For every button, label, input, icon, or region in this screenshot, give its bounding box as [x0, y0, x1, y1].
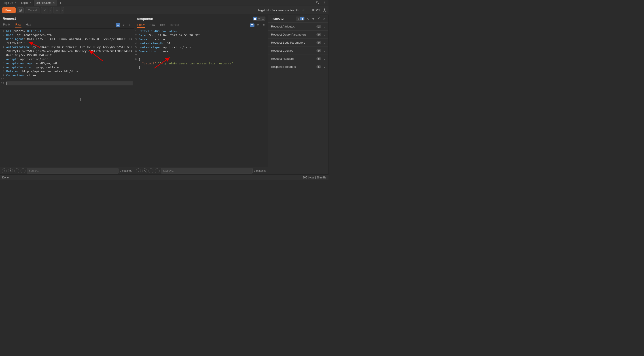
text-cursor-icon: I — [80, 97, 81, 103]
chevron-down-icon: ⌄ — [323, 65, 326, 68]
svg-line-1 — [318, 3, 319, 4]
main-split: Request Pretty Raw Hex ☰ \n ≡ 1234567891… — [0, 15, 328, 174]
newline-icon[interactable]: \n — [122, 23, 126, 26]
close-icon[interactable]: ✕ — [322, 17, 326, 20]
search-forward-icon[interactable]: → — [20, 168, 26, 173]
request-tab-hex[interactable]: Hex — [26, 22, 31, 28]
close-icon[interactable]: × — [53, 1, 54, 4]
count-badge: 2 — [316, 25, 321, 28]
help-icon[interactable]: ? — [2, 168, 7, 173]
inspector-toggle[interactable]: ▯ ▮ — [296, 16, 304, 20]
response-title: Response — [137, 17, 153, 20]
inspector-pane: Inspector ▯ ▮ ⤡ ≑ ✕ Request Attributes 2… — [268, 15, 328, 174]
protocol-label[interactable]: HTTP/1 — [311, 9, 320, 12]
response-footer: ? ← → 0 matches — [134, 167, 268, 174]
menu-icon[interactable]: ≡ — [262, 24, 266, 26]
chevron-down-icon: ⌄ — [323, 57, 326, 60]
count-badge: 0 — [316, 41, 321, 44]
inspector-row-request-query[interactable]: Request Query Parameters 0 ⌄ — [268, 30, 328, 38]
tab-label: Sign Up — [4, 1, 13, 4]
response-gutter: 12345678 — [134, 29, 138, 167]
inspector-row-label: Request Body Parameters — [271, 41, 305, 44]
toggle-left-icon[interactable]: ▯ — [296, 17, 300, 20]
gear-icon[interactable] — [142, 168, 147, 173]
target-label: Target: http://api.mentorquotes.htb — [258, 9, 298, 12]
inspector-row-request-headers[interactable]: Request Headers 8 ⌄ — [268, 54, 328, 62]
history-back-forward: < ▾ — [41, 7, 52, 14]
cancel-button[interactable]: Cancel — [25, 8, 40, 13]
response-editor[interactable]: 12345678 HTTP/1.1 403 Forbidden Date: Su… — [134, 29, 268, 167]
settings-button[interactable] — [17, 8, 24, 13]
actions-button[interactable]: ☰ — [250, 24, 254, 27]
tab-signup[interactable]: Sign Up × — [1, 0, 19, 6]
help-icon[interactable]: ? — [136, 168, 141, 173]
request-subtabs: Pretty Raw Hex ☰ \n ≡ — [0, 21, 134, 28]
status-bar: Done 205 bytes | 96 millis — [0, 174, 328, 180]
response-pane: Response ▮▮ ▭ ▬ Pretty Raw Hex Render ☰ … — [134, 15, 268, 174]
toggle-right-icon[interactable]: ▮ — [300, 17, 304, 20]
history-back-button[interactable]: < — [41, 8, 48, 13]
layout-horizontal-icon[interactable]: ▭ — [257, 17, 261, 20]
gear-icon[interactable] — [317, 17, 321, 20]
request-code[interactable]: GET /users/ HTTP/1.1 Host: api.mentorquo… — [6, 28, 134, 167]
history-forward-button[interactable]: > — [54, 8, 60, 13]
response-search-input[interactable] — [161, 168, 253, 174]
inspector-row-request-cookies[interactable]: Request Cookies 0 ⌄ — [268, 46, 328, 54]
gear-icon[interactable] — [8, 168, 13, 173]
count-badge: 5 — [316, 65, 321, 68]
inspector-row-request-attributes[interactable]: Request Attributes 2 ⌄ — [268, 22, 328, 30]
svg-point-3 — [10, 170, 11, 171]
collapse-icon[interactable]: ≑ — [311, 17, 315, 20]
inspector-row-label: Request Cookies — [271, 49, 293, 52]
menu-icon[interactable]: ≡ — [128, 23, 131, 26]
response-tab-raw[interactable]: Raw — [149, 22, 156, 28]
request-tab-pretty[interactable]: Pretty — [3, 22, 11, 28]
actions-button[interactable]: ☰ — [116, 23, 120, 26]
request-pane: Request Pretty Raw Hex ☰ \n ≡ 1234567891… — [0, 15, 134, 174]
response-tab-pretty[interactable]: Pretty — [137, 22, 145, 28]
layout-single-icon[interactable]: ▬ — [261, 17, 265, 20]
layout-columns-icon[interactable]: ▮▮ — [253, 17, 257, 20]
response-code[interactable]: HTTP/1.1 403 Forbidden Date: Sun, 11 Dec… — [138, 29, 268, 167]
chevron-down-icon[interactable]: ▾ — [60, 8, 64, 13]
search-icon[interactable] — [316, 1, 320, 5]
inspector-title: Inspector — [270, 17, 285, 20]
kebab-menu-icon[interactable]: ⋮ — [322, 1, 326, 5]
layout-toggle[interactable]: ▮▮ ▭ ▬ — [253, 16, 266, 20]
tab-list-all-users[interactable]: List All Users × — [34, 0, 57, 6]
count-badge: 8 — [316, 57, 321, 60]
chevron-down-icon[interactable]: ▾ — [48, 8, 52, 13]
edit-target-icon[interactable] — [301, 8, 305, 12]
request-gutter: 1234567891011 — [0, 28, 6, 167]
close-icon[interactable]: × — [15, 1, 16, 4]
request-editor[interactable]: 1234567891011 GET /users/ HTTP/1.1 Host:… — [0, 28, 134, 167]
close-icon[interactable]: × — [30, 1, 31, 4]
newline-icon[interactable]: \n — [256, 24, 260, 26]
request-search-input[interactable] — [27, 168, 118, 174]
request-tab-raw[interactable]: Raw — [15, 22, 22, 28]
count-badge: 0 — [316, 33, 321, 36]
response-tab-hex[interactable]: Hex — [160, 22, 166, 28]
status-left: Done — [2, 176, 9, 179]
count-badge: 0 — [316, 49, 321, 52]
inspector-row-label: Request Headers — [271, 57, 294, 60]
response-subtabs: Pretty Raw Hex Render ☰ \n ≡ — [134, 22, 268, 29]
inspector-row-label: Request Query Parameters — [271, 33, 306, 36]
search-forward-icon[interactable]: → — [155, 168, 160, 173]
send-button[interactable]: Send — [2, 8, 16, 13]
search-back-icon[interactable]: ← — [148, 168, 154, 173]
history-fwd-group: > ▾ — [53, 7, 64, 14]
add-tab-button[interactable]: + — [57, 1, 64, 5]
help-icon[interactable]: ? — [323, 8, 326, 12]
svg-point-5 — [318, 18, 319, 18]
svg-point-2 — [20, 10, 21, 11]
inspector-row-response-headers[interactable]: Response Headers 5 ⌄ — [268, 62, 328, 71]
response-tab-render[interactable]: Render — [170, 22, 180, 28]
tab-label: List All Users — [36, 1, 51, 4]
svg-point-0 — [316, 1, 318, 3]
inspector-row-request-body[interactable]: Request Body Parameters 0 ⌄ — [268, 38, 328, 46]
tab-login[interactable]: Login × — [19, 0, 34, 6]
search-back-icon[interactable]: ← — [14, 168, 19, 173]
expand-up-icon[interactable]: ⤡ — [306, 17, 310, 20]
inspector-row-label: Request Attributes — [271, 25, 295, 28]
